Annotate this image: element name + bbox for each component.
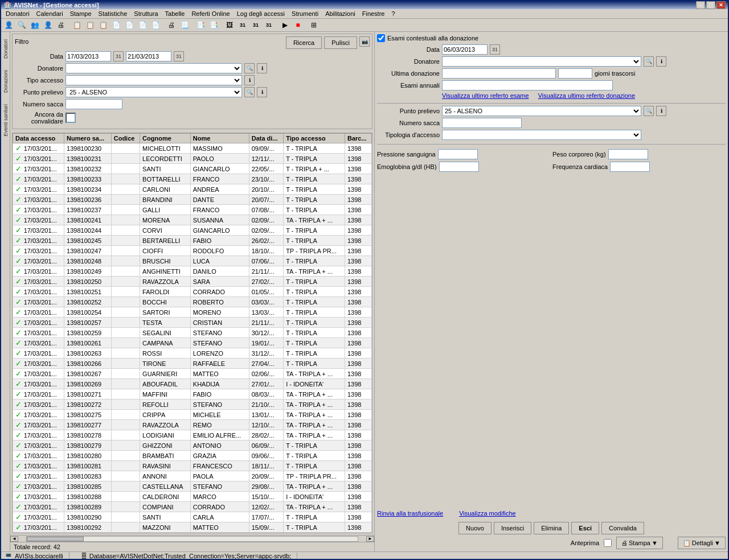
table-row[interactable]: ✓ 17/03/201...1398100277RAVAZZOLAREMO12/…	[13, 420, 372, 430]
tb-31c[interactable]: 31	[263, 19, 275, 31]
tb-31b[interactable]: 31	[249, 19, 262, 31]
table-row[interactable]: ✓ 17/03/201...1398100281RAVASINIFRANCESC…	[13, 461, 372, 471]
tb-btn6[interactable]: 📋	[84, 19, 96, 31]
right-punto-prelievo-select[interactable]: 25 - ALSENO	[442, 106, 641, 116]
tipologia-select[interactable]	[442, 130, 641, 140]
col-data-accesso[interactable]: Data accesso	[13, 134, 64, 143]
right-data-input[interactable]	[442, 44, 488, 55]
table-row[interactable]: ✓ 17/03/201...1398100259SEGALINISTEFANO3…	[13, 328, 372, 338]
table-row[interactable]: ✓ 17/03/201...1398100251FAROLDICORRADO01…	[13, 287, 372, 297]
col-data-di[interactable]: Data di...	[249, 134, 283, 143]
table-row[interactable]: ✓ 17/03/201...1398100231LECORDETTIPAOLO1…	[13, 154, 372, 164]
table-row[interactable]: ✓ 17/03/201...1398100232SANTIGIANCARLO22…	[13, 164, 372, 174]
calendar-from-icon[interactable]: 31	[113, 51, 124, 61]
side-tab-eventi[interactable]: Eventi sanitari	[1, 99, 10, 142]
table-row[interactable]: ✓ 17/03/201...1398100230MICHELOTTIMASSIM…	[13, 143, 372, 154]
menu-stampe[interactable]: Stampe	[67, 9, 95, 18]
nuovo-btn[interactable]: Nuovo	[458, 522, 492, 534]
punto-prelievo-select[interactable]: 25 - ALSENO	[65, 87, 242, 97]
stamp-dropdown-arrow[interactable]: ▼	[652, 540, 658, 546]
tb-btn11[interactable]: 📄	[149, 19, 162, 31]
menu-strumenti[interactable]: Strumenti	[288, 9, 322, 18]
table-row[interactable]: ✓ 17/03/201...1398100275CRIPPAMICHELE13/…	[13, 410, 372, 420]
dettagli-btn[interactable]: 📋 Dettagli ▼	[678, 537, 726, 549]
table-row[interactable]: ✓ 17/03/201...1398100248BRUSCHILUCA07/06…	[13, 256, 372, 266]
esami-checkbox[interactable]	[377, 34, 385, 42]
donatore-info-icon[interactable]: ℹ	[257, 63, 267, 73]
table-row[interactable]: ✓ 17/03/201...1398100234CARLONIANDREA20/…	[13, 184, 372, 195]
table-row[interactable]: ✓ 17/03/201...1398100280BRAMBATIGRAZIA09…	[13, 451, 372, 461]
tb-btn9[interactable]: 📄	[123, 19, 136, 31]
tb-btn8[interactable]: 📄	[110, 19, 122, 31]
table-row[interactable]: ✓ 17/03/201...1398100245BERTARELLIFABIO2…	[13, 236, 372, 246]
table-row[interactable]: ✓ 17/03/201...1398100237GALLIFRANCO07/08…	[13, 205, 372, 215]
filter-camera-icon[interactable]: 📷	[359, 36, 370, 47]
col-barc[interactable]: Barc...	[345, 134, 371, 143]
table-row[interactable]: ✓ 17/03/201...1398100290SANTICARLA17/07/…	[13, 512, 372, 522]
col-codice[interactable]: Codice	[111, 134, 140, 143]
menu-abilitazioni[interactable]: Abilitazioni	[322, 9, 359, 18]
pulisci-btn[interactable]: Pulisci	[324, 36, 357, 49]
tb-cerca[interactable]: 🔍	[15, 19, 28, 31]
table-row[interactable]: ✓ 17/03/201...1398100247CIOFFIRODOLFO18/…	[13, 246, 372, 256]
tb-31a[interactable]: 31	[236, 19, 249, 31]
donatore-select[interactable]	[65, 63, 242, 73]
menu-statistiche[interactable]: Statistiche	[95, 9, 131, 18]
col-nome[interactable]: Nome	[190, 134, 249, 143]
right-numero-sacca-input[interactable]	[442, 118, 522, 128]
tipo-accesso-select[interactable]	[65, 75, 242, 85]
tb-layers[interactable]: 📑	[194, 19, 207, 31]
side-tab-donatori[interactable]: Donatori	[1, 34, 10, 64]
date-from-input[interactable]	[65, 51, 111, 61]
table-row[interactable]: ✓ 17/03/201...1398100266TIRONERAFFAELE27…	[13, 359, 372, 369]
ricerca-btn[interactable]: Ricerca	[286, 36, 322, 49]
table-row[interactable]: ✓ 17/03/201...1398100244CORVIGIANCARLO02…	[13, 225, 372, 236]
table-row[interactable]: ✓ 17/03/201...1398100263ROSSILORENZO31/1…	[13, 348, 372, 359]
tb-preview[interactable]: 📃	[178, 19, 191, 31]
giorni-input[interactable]	[558, 68, 592, 79]
table-row[interactable]: ✓ 17/03/201...1398100249ANGHINETTIDANILO…	[13, 266, 372, 277]
tb-btn10[interactable]: 📄	[136, 19, 149, 31]
stampa-btn[interactable]: 🖨 Stampa ▼	[616, 537, 663, 549]
tb-red[interactable]: ■	[292, 19, 304, 31]
tb-donatori2[interactable]: 👥	[28, 19, 41, 31]
visualizza-link2[interactable]: Visualizza ultimo referto donazione	[538, 92, 635, 99]
minimize-btn[interactable]: ─	[696, 1, 705, 9]
tb-btn7[interactable]: 📋	[97, 19, 109, 31]
table-row[interactable]: ✓ 17/03/201...1398100254SARTORIMORENO13/…	[13, 307, 372, 318]
tb-donatori[interactable]: 👤	[2, 19, 15, 31]
menu-tabelle[interactable]: Tabelle	[162, 9, 189, 18]
punto-prelievo-search-icon[interactable]: 🔍	[244, 87, 255, 97]
tb-stampa[interactable]: 🖨	[55, 19, 67, 31]
table-row[interactable]: ✓ 17/03/201...1398100233BOTTARELLIFRANCO…	[13, 174, 372, 184]
inserisci-btn[interactable]: Inserisci	[494, 522, 531, 534]
maximize-btn[interactable]: □	[706, 1, 715, 9]
punto-prelievo-info-icon[interactable]: ℹ	[257, 87, 267, 97]
visualizza-modifiche-link[interactable]: Visualizza modifiche	[459, 510, 515, 517]
pressione-input[interactable]	[438, 149, 478, 159]
col-cognome[interactable]: Cognome	[140, 134, 191, 143]
rinvia-link[interactable]: Rinvia alla trasfusionale	[377, 510, 443, 517]
tb-img1[interactable]: 🖼	[223, 19, 236, 31]
right-donatore-search[interactable]: 🔍	[644, 56, 654, 67]
tb-layers2[interactable]: 📑	[207, 19, 220, 31]
table-row[interactable]: ✓ 17/03/201...1398100267GUARNIERIMATTEO0…	[13, 369, 372, 379]
calendar-to-icon[interactable]: 31	[174, 51, 184, 61]
table-row[interactable]: ✓ 17/03/201...1398100252BOCCHIROBERTO03/…	[13, 297, 372, 307]
esci-btn[interactable]: Esci	[571, 522, 599, 534]
emoglobina-input[interactable]	[439, 162, 479, 172]
menu-help[interactable]: ?	[388, 9, 398, 18]
anteprima-checkbox[interactable]	[604, 539, 612, 547]
esami-annuali-input[interactable]	[442, 80, 613, 90]
tb-print[interactable]: 🖨	[165, 19, 178, 31]
table-row[interactable]: ✓ 17/03/201...1398100261CAMPANASTEFANO19…	[13, 338, 372, 348]
donatore-search-icon[interactable]: 🔍	[244, 63, 255, 73]
ancora-checkbox[interactable]	[65, 113, 76, 123]
table-row[interactable]: ✓ 17/03/201...1398100289COMPIANICORRADO1…	[13, 502, 372, 512]
close-btn[interactable]: ✕	[716, 1, 726, 9]
table-row[interactable]: ✓ 17/03/201...1398100283ANNONIPAOLA20/09…	[13, 471, 372, 481]
menu-struttura[interactable]: Struttura	[130, 9, 161, 18]
table-row[interactable]: ✓ 17/03/201...1398100236BRANDINIDANTE20/…	[13, 195, 372, 205]
elimina-btn[interactable]: Elimina	[534, 522, 569, 534]
menu-referti[interactable]: Referti Online	[188, 9, 233, 18]
